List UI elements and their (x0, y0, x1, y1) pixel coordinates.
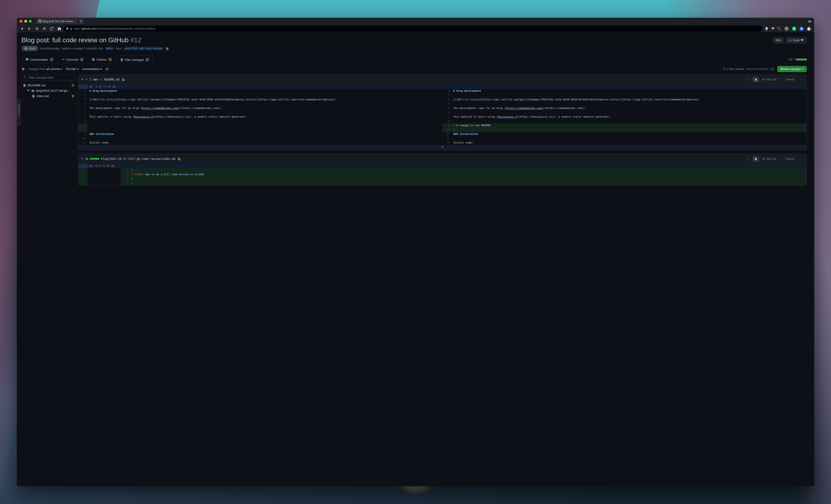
file-kebab-button[interactable]: ⋯ (798, 77, 804, 83)
viewed-checkbox[interactable]: Viewed (779, 77, 797, 82)
address-bar[interactable]: https://github.com/SamEdwardes/samedward… (63, 26, 763, 32)
changes-from-dropdown[interactable]: Changes from all commits ▾ (28, 67, 62, 71)
tab-checks[interactable]: Checks 4 (88, 55, 116, 63)
reload-button[interactable] (49, 25, 55, 32)
files-count: 2 (145, 58, 149, 62)
pr-author[interactable]: SamEdwardes (40, 47, 60, 50)
url-text: https://github.com/SamEdwardes/samedward… (74, 27, 155, 30)
tab-strip: Blog post: full code review… + (36, 19, 84, 24)
file-path[interactable]: README.md (104, 78, 119, 81)
diff-table: ⋯@@ -0,0 +1,16 @@ 1+ --- 2+ title: How t… (79, 164, 806, 185)
hunk-header: ⋯@@ -1,11 +1,13 @@ (79, 85, 806, 89)
review-changes-button[interactable]: Review changes (777, 66, 807, 72)
source-view-button[interactable] (745, 77, 752, 83)
file-kebab-button[interactable]: ⋯ (798, 156, 804, 162)
base-branch[interactable]: main (105, 47, 114, 50)
profile-avatar[interactable] (783, 25, 790, 32)
file-path[interactable]: blog/2022-10-27-full-gh-code-review/inde… (101, 157, 175, 160)
view-full-button[interactable]: View full (760, 77, 778, 82)
tab-conversation[interactable]: Conversation 1 (22, 55, 58, 63)
file-tree-item-readme[interactable]: README.md ⊡ (22, 83, 76, 88)
octotree-toggle[interactable] (17, 122, 21, 126)
checks-count: 4 (108, 57, 112, 62)
file-tree: README.md ⊡ blog/2022-10-27-full-gh-code… (22, 83, 76, 99)
hunk-header: ⋯@@ -0,0 +1,16 @@ (79, 164, 806, 168)
diff-stats: +18 −0 (787, 58, 807, 61)
diff-mini-blocks (90, 158, 99, 159)
filter-files-input[interactable]: Filter changed files (22, 75, 76, 81)
window-minimize-button[interactable] (24, 20, 27, 23)
file-filter-dropdown[interactable]: File filter ▾ (66, 67, 79, 71)
window-close-button[interactable] (20, 20, 22, 23)
pr-tabs: Conversation 1 Commits 2 Checks 4 Files … (22, 55, 807, 64)
tab-files-changed[interactable]: Files changed 2 (116, 56, 153, 64)
github-icon (38, 20, 41, 23)
modified-icon: ⊡ (71, 84, 74, 87)
chevron-down-icon (27, 89, 30, 92)
window-zoom-button[interactable] (29, 20, 32, 23)
toolbar-right: G ◐ (763, 25, 812, 32)
copy-icon[interactable] (121, 78, 125, 81)
gear-icon[interactable] (105, 67, 109, 71)
head-branch[interactable]: post/full-gh-code-review (124, 47, 164, 50)
copy-icon[interactable] (177, 157, 180, 160)
octotree-label: Octotree (18, 104, 20, 113)
commits-count: 2 (80, 57, 84, 62)
chevron-down-icon[interactable] (81, 79, 83, 80)
skip-forward-button[interactable] (41, 25, 48, 32)
file-panel-index: 16 blog/2022-10-27-full-gh-code-review/i… (79, 154, 807, 186)
octotree-tab[interactable]: ●Octotree (17, 99, 21, 120)
back-button[interactable] (19, 25, 25, 32)
browser-window: Blog post: full code review… + https://g… (17, 18, 814, 486)
file-tree-item-index[interactable]: index.md ⊞ (22, 93, 76, 99)
draft-badge: Draft (22, 46, 38, 51)
tab-commits[interactable]: Commits 2 (58, 55, 88, 63)
change-count: 2 (90, 78, 91, 81)
rich-view-button[interactable] (752, 77, 759, 83)
search-icon (24, 76, 27, 79)
home-button[interactable] (56, 25, 62, 32)
file-panel-readme: 2 README.md View full Viewed (79, 75, 807, 150)
file-header: 2 README.md View full Viewed (79, 75, 806, 85)
additions-count: +18 (787, 58, 792, 61)
browser-toolbar: https://github.com/SamEdwardes/samedward… (17, 25, 814, 33)
bookmark-button[interactable] (763, 25, 770, 32)
forward-button[interactable] (26, 25, 33, 32)
info-icon[interactable] (771, 67, 774, 71)
search-button[interactable] (776, 25, 782, 32)
extension-browser[interactable]: ◐ (798, 25, 805, 32)
pr-actions: Edit Code (773, 37, 807, 43)
viewed-checkbox[interactable]: Viewed (779, 156, 797, 162)
source-view-button[interactable] (745, 156, 752, 162)
expand-icon[interactable] (85, 78, 88, 81)
edit-button[interactable]: Edit (773, 37, 784, 43)
folder-icon (31, 89, 34, 92)
expand-hunk-button[interactable] (79, 145, 806, 150)
sidebar-toggle-icon[interactable] (22, 67, 25, 71)
extension-grammarly[interactable]: G (791, 25, 797, 32)
copy-icon[interactable] (165, 47, 169, 50)
conversations-dropdown[interactable]: Conversations ▾ (82, 67, 102, 71)
filter-placeholder: Filter changed files (28, 76, 54, 79)
new-tab-button[interactable]: + (79, 19, 84, 24)
tab-title: Blog post: full code review… (43, 20, 76, 23)
merge-text: wants to merge 2 commits into (62, 47, 103, 50)
browser-tab[interactable]: Blog post: full code review… (36, 19, 78, 24)
pr-header: Blog post: full code review on GitHub #1… (22, 36, 807, 44)
from-label: from (116, 47, 122, 50)
added-icon: ⊞ (71, 94, 74, 98)
chevron-down-icon (800, 39, 804, 42)
bookmark-dropdown[interactable] (771, 25, 775, 32)
extensions-button[interactable] (806, 25, 812, 32)
diff-mini-blocks (93, 79, 103, 81)
file-tree-folder[interactable]: blog/2022-10-27-full-gh-code-re… (22, 88, 76, 93)
traffic-lights (20, 20, 32, 23)
diff-area: 2 README.md View full Viewed (79, 75, 807, 189)
titlebar: Blog post: full code review… + (17, 18, 814, 25)
view-full-button[interactable]: View full (760, 156, 778, 162)
rich-view-button[interactable] (752, 156, 759, 162)
change-count: 16 (85, 157, 88, 160)
skip-back-button[interactable] (34, 25, 40, 32)
chevron-down-icon[interactable] (81, 158, 83, 159)
code-button[interactable]: Code (785, 37, 807, 43)
